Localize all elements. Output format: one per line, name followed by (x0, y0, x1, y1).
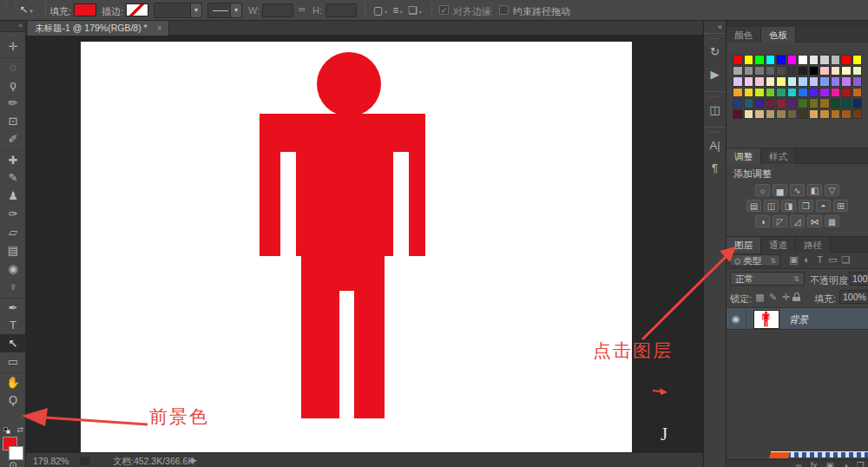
color-swatch[interactable] (798, 98, 808, 109)
lasso-tool[interactable]: ϙ (0, 76, 26, 94)
color-swatch[interactable] (744, 76, 754, 87)
history-panel-icon[interactable]: ↻ (704, 41, 726, 63)
color-swatch[interactable] (852, 109, 863, 120)
color-swatch[interactable] (841, 55, 852, 65)
photo-filter-icon[interactable]: ❒ (799, 200, 813, 212)
invert-icon[interactable]: ◑ (755, 215, 770, 227)
hand-tool[interactable]: ✋ (0, 372, 26, 391)
color-swatch[interactable] (798, 109, 808, 120)
path-selection-tool[interactable]: ↖ (0, 334, 26, 352)
path-alignment-icon[interactable]: ≡ ▾ (389, 3, 406, 18)
status-button[interactable] (80, 457, 90, 465)
color-swatch[interactable] (852, 66, 863, 76)
color-swatch[interactable] (787, 66, 798, 76)
color-swatch[interactable] (766, 66, 776, 76)
color-swatch[interactable] (733, 55, 743, 65)
color-swatch[interactable] (766, 55, 776, 65)
color-swatch[interactable] (754, 109, 765, 120)
zoom-level[interactable]: 179.82% (33, 456, 69, 466)
pen-tool[interactable]: ✒ (0, 298, 26, 316)
document-tab[interactable]: 未标题-1 @ 179%(RGB/8) * × (28, 21, 169, 36)
fill-swatch[interactable] (74, 3, 96, 16)
color-swatch[interactable] (787, 55, 798, 65)
color-swatch[interactable] (819, 109, 830, 120)
collapse-panels-button[interactable]: « (704, 21, 726, 33)
tool-preset-button[interactable]: ↖ ▾ (10, 2, 42, 18)
color-swatch[interactable] (809, 109, 819, 120)
color-swatch[interactable] (733, 98, 743, 109)
tools-collapse-button[interactable]: » (0, 21, 25, 32)
color-swatch[interactable] (798, 88, 808, 98)
shape-width-input[interactable] (262, 3, 293, 17)
color-swatch[interactable] (809, 98, 819, 109)
background-color-swatch[interactable] (9, 446, 23, 460)
gradient-map-icon[interactable]: ▦ (825, 215, 839, 227)
type-tool[interactable]: T (0, 316, 26, 334)
stroke-width-combo[interactable]: ▾ (154, 3, 202, 18)
layer-effects-icon[interactable]: fx (811, 461, 818, 467)
character-panel-icon[interactable]: A| (704, 135, 726, 157)
color-swatch[interactable] (841, 66, 852, 76)
link-layers-icon[interactable]: ∞ (796, 461, 802, 467)
eyedropper-tool[interactable]: ✐ (0, 130, 26, 148)
tab-paths[interactable]: 路径 (796, 237, 831, 253)
layer-fill-value[interactable]: 100% (839, 290, 868, 304)
adjustment-layer-filter-icon[interactable]: ◐ (800, 254, 813, 265)
color-swatch[interactable] (744, 55, 754, 65)
color-swatch[interactable] (776, 76, 786, 87)
color-swatch[interactable] (852, 88, 863, 98)
color-swatch[interactable] (831, 66, 841, 76)
curves-icon[interactable]: ∿ (790, 184, 805, 196)
color-swatch[interactable] (754, 98, 765, 109)
align-edges-checkbox[interactable]: ✓ (439, 5, 449, 15)
layer-row[interactable]: ◉ 背景 (727, 307, 868, 330)
properties-panel-icon[interactable]: ◫ (704, 99, 726, 122)
color-swatch[interactable] (798, 55, 808, 65)
color-swatch[interactable] (744, 66, 754, 76)
layer-name[interactable]: 背景 (789, 313, 808, 326)
hue-saturation-icon[interactable]: ▤ (746, 200, 761, 212)
color-swatch[interactable] (766, 98, 776, 109)
color-swatch[interactable] (754, 76, 765, 87)
chevron-down-icon[interactable]: ▾ (190, 3, 201, 17)
color-swatch[interactable] (766, 109, 776, 120)
black-white-icon[interactable]: ◨ (781, 200, 796, 212)
color-swatch[interactable] (787, 76, 798, 87)
color-swatch[interactable] (754, 55, 765, 65)
lock-pixels-icon[interactable]: ✎ (766, 292, 779, 303)
color-swatch[interactable] (841, 88, 852, 98)
color-swatch[interactable] (841, 109, 852, 120)
color-swatch[interactable] (733, 76, 743, 87)
eraser-tool[interactable]: ▱ (0, 223, 26, 241)
color-swatch[interactable] (733, 109, 743, 120)
opacity-value[interactable]: 100% (849, 272, 868, 286)
exposure-icon[interactable]: ◧ (807, 184, 822, 196)
shape-layer-filter-icon[interactable]: ▭ (826, 254, 839, 266)
pixel-layer-filter-icon[interactable]: ▣ (787, 254, 800, 266)
default-colors-icon[interactable] (3, 427, 11, 435)
blend-mode-combo[interactable]: 正常⇅ (730, 272, 805, 286)
levels-icon[interactable]: ▅ (773, 184, 787, 196)
color-swatch[interactable] (852, 98, 863, 109)
color-swatch[interactable] (776, 98, 786, 109)
color-swatch[interactable] (809, 76, 819, 87)
lock-transparency-icon[interactable]: ▦ (753, 292, 766, 303)
tab-adjustments[interactable]: 调整 (727, 148, 761, 164)
color-swatch[interactable] (744, 88, 754, 98)
stroke-style-combo[interactable]: ▾ (207, 3, 242, 18)
stroke-swatch[interactable] (126, 3, 148, 16)
brush-tool[interactable]: ✎ (0, 168, 26, 187)
color-swatch[interactable] (831, 109, 841, 120)
color-swatch[interactable] (733, 88, 743, 98)
tab-layers[interactable]: 图层 (727, 237, 761, 253)
zoom-tool[interactable]: Ϙ (0, 391, 26, 409)
actions-panel-icon[interactable]: ▶ (704, 63, 726, 86)
color-swatch[interactable] (733, 66, 743, 76)
layer-mask-icon[interactable]: ▣ (826, 461, 834, 467)
color-swatch[interactable] (831, 55, 841, 65)
tab-styles[interactable]: 样式 (761, 148, 796, 164)
color-swatch[interactable] (841, 76, 852, 87)
color-swatch[interactable] (852, 76, 863, 87)
healing-brush-tool[interactable]: ✚ (0, 150, 26, 168)
status-flyout-icon[interactable]: ▶ (191, 456, 197, 464)
